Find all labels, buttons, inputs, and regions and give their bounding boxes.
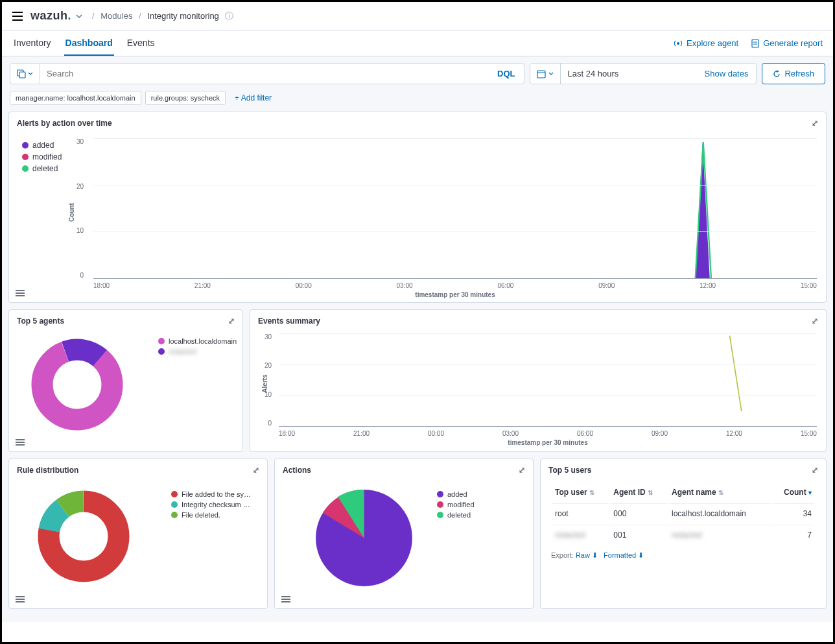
panel-title: Actions (283, 466, 311, 475)
filter-chip-manager[interactable]: manager.name: localhost.localdomain (10, 91, 141, 105)
search-input[interactable] (40, 64, 488, 84)
app-logo: wazuh. (30, 9, 71, 23)
rules-legend: File added to the sy… Integrity checksum… (171, 490, 251, 521)
add-filter-button[interactable]: + Add filter (235, 93, 272, 102)
show-dates-button[interactable]: Show dates (697, 64, 757, 84)
expand-icon[interactable]: ⤢ (519, 466, 525, 475)
export-raw-button[interactable]: Raw ⬇ (576, 551, 598, 559)
panel-title: Top 5 users (548, 466, 591, 475)
panel-top-agents: Top 5 agents ⤢ localhost.localdomain red… (8, 309, 243, 452)
col-top-user[interactable]: Top user ⇅ (552, 483, 609, 502)
breadcrumb-current: Integrity monitoring (147, 11, 219, 21)
alerts-chart: Count 3020100 18:0021:0000:0003:0006:000… (93, 138, 817, 279)
legend-rule-added[interactable]: File added to the sy… (171, 490, 251, 498)
tab-inventory[interactable]: Inventory (12, 31, 53, 56)
list-icon[interactable] (16, 438, 25, 446)
dql-button[interactable]: DQL (488, 64, 524, 84)
panel-events-summary: Events summary ⤢ Alerts 3020100 18:0021:… (250, 309, 827, 452)
expand-icon[interactable]: ⤢ (253, 466, 259, 475)
col-agent-name[interactable]: Agent name ⇅ (669, 483, 771, 502)
export-row: Export: Raw ⬇ Formatted ⬇ (541, 546, 826, 565)
calendar-icon (537, 69, 546, 78)
expand-icon[interactable]: ⤢ (812, 316, 818, 326)
expand-icon[interactable]: ⤢ (812, 466, 818, 475)
legend-modified[interactable]: modified (22, 152, 62, 161)
filters-row: manager.name: localhost.localdomain rule… (2, 88, 833, 112)
actions-pie-chart (314, 488, 414, 588)
app-header: wazuh. / Modules / Integrity monitoring … (2, 2, 833, 30)
panel-actions: Actions ⤢ added modified deleted (274, 459, 534, 609)
svg-rect-9 (537, 71, 545, 78)
broadcast-icon (674, 39, 683, 48)
refresh-button[interactable]: Refresh (762, 63, 825, 84)
filter-chip-rulegroups[interactable]: rule.groups: syscheck (145, 91, 226, 105)
chevron-down-icon[interactable] (75, 12, 83, 20)
breadcrumb: / Modules / Integrity monitoring ⓘ (88, 10, 233, 22)
search-options-button[interactable] (10, 64, 40, 84)
table-row[interactable]: root 000 localhost.localdomain 34 (552, 503, 814, 523)
refresh-icon (773, 70, 781, 78)
panel-title: Rule distribution (17, 466, 78, 475)
legend-action-added[interactable]: added (437, 490, 475, 498)
document-icon (751, 39, 759, 48)
search-bar-row: DQL Last 24 hours Show dates Refresh (2, 56, 833, 88)
legend-added[interactable]: added (22, 141, 62, 150)
legend-action-deleted[interactable]: deleted (437, 511, 475, 519)
svg-rect-4 (752, 40, 759, 47)
agents-legend: localhost.localdomain redacted (158, 337, 237, 358)
panel-title: Top 5 agents (17, 316, 64, 326)
date-range-text[interactable]: Last 24 hours (561, 64, 696, 84)
legend-deleted[interactable]: deleted (22, 164, 62, 173)
expand-icon[interactable]: ⤢ (812, 119, 818, 128)
svg-point-3 (677, 42, 679, 45)
date-picker: Last 24 hours Show dates (530, 63, 757, 84)
svg-rect-8 (19, 72, 25, 78)
legend-agent-redacted[interactable]: redacted (158, 348, 237, 355)
rules-donut-chart (35, 488, 132, 585)
col-count[interactable]: Count ▾ (772, 483, 814, 502)
panel-top-users: Top 5 users ⤢ Top user ⇅ Agent ID ⇅ Agen… (540, 459, 827, 609)
panel-title: Events summary (258, 316, 320, 326)
tab-events[interactable]: Events (126, 31, 156, 56)
hamburger-icon[interactable] (12, 12, 23, 21)
list-icon[interactable] (16, 289, 25, 297)
tab-dashboard[interactable]: Dashboard (64, 31, 114, 56)
legend-rule-deleted[interactable]: File deleted. (171, 511, 251, 519)
panel-rule-distribution: Rule distribution ⤢ File added to the sy… (8, 459, 268, 609)
calendar-button[interactable] (530, 64, 561, 84)
legend-actions: added modified deleted (22, 141, 62, 176)
legend-rule-checksum[interactable]: Integrity checksum … (171, 501, 251, 508)
generate-report-button[interactable]: Generate report (751, 38, 823, 48)
explore-agent-button[interactable]: Explore agent (674, 38, 738, 48)
expand-icon[interactable]: ⤢ (228, 316, 235, 326)
col-agent-id[interactable]: Agent ID ⇅ (611, 483, 668, 502)
legend-action-modified[interactable]: modified (437, 501, 475, 508)
top-users-table: Top user ⇅ Agent ID ⇅ Agent name ⇅ Count… (541, 481, 826, 546)
actions-legend: added modified deleted (437, 490, 475, 521)
tabs-row: Inventory Dashboard Events Explore agent… (2, 30, 833, 56)
dashboard-content: Alerts by action over time ⤢ added modif… (2, 112, 833, 622)
legend-agent-localhost[interactable]: localhost.localdomain (158, 337, 237, 345)
agents-donut-chart (29, 336, 126, 433)
list-icon[interactable] (16, 595, 25, 603)
events-chart: Alerts 3020100 18:0021:0000:0003:0006:00… (279, 333, 817, 427)
table-row[interactable]: redacted 001 redacted 7 (552, 525, 814, 545)
export-formatted-button[interactable]: Formatted ⬇ (604, 551, 644, 559)
search-bar: DQL (10, 63, 524, 84)
panel-title: Alerts by action over time (17, 119, 112, 128)
info-icon[interactable]: ⓘ (225, 11, 233, 21)
list-icon[interactable] (281, 595, 290, 603)
breadcrumb-modules[interactable]: Modules (100, 11, 132, 21)
panel-alerts-over-time: Alerts by action over time ⤢ added modif… (8, 112, 827, 303)
